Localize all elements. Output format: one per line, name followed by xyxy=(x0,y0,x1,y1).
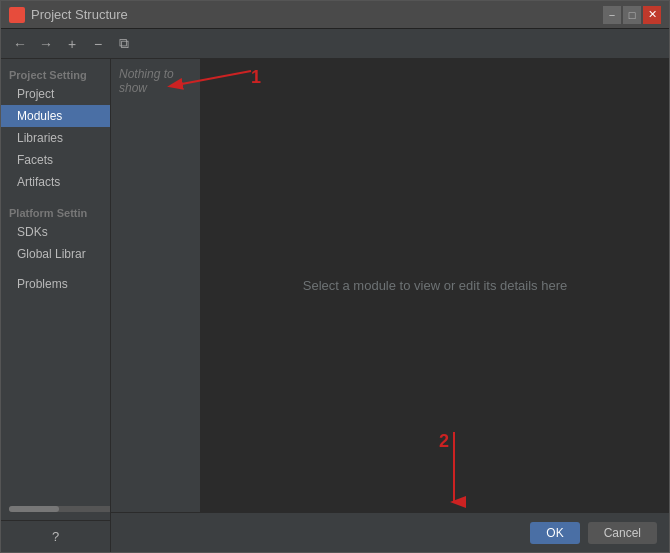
maximize-button[interactable]: □ xyxy=(623,6,641,24)
window-controls: − □ ✕ xyxy=(603,6,661,24)
sidebar-item-sdks[interactable]: SDKs xyxy=(1,221,110,243)
forward-button[interactable]: → xyxy=(35,33,57,55)
cancel-button[interactable]: Cancel xyxy=(588,522,657,544)
content-area: Project Setting Project Modules Librarie… xyxy=(1,59,669,552)
sidebar-item-project[interactable]: Project xyxy=(1,83,110,105)
bottom-bar: OK Cancel xyxy=(111,512,669,552)
minimize-button[interactable]: − xyxy=(603,6,621,24)
close-button[interactable]: ✕ xyxy=(643,6,661,24)
svg-rect-1 xyxy=(18,9,23,14)
sidebar-item-artifacts[interactable]: Artifacts xyxy=(1,171,110,193)
ok-button[interactable]: OK xyxy=(530,522,579,544)
detail-panel: Select a module to view or edit its deta… xyxy=(201,59,669,512)
main-panel: 1 2 xyxy=(111,59,669,552)
sidebar-scrollbar[interactable] xyxy=(9,506,111,512)
remove-button[interactable]: − xyxy=(87,33,109,55)
sidebar-item-libraries[interactable]: Libraries xyxy=(1,127,110,149)
project-structure-window: Project Structure − □ ✕ ← → + − ⧉ Projec… xyxy=(0,0,670,553)
title-bar: Project Structure − □ ✕ xyxy=(1,1,669,29)
back-button[interactable]: ← xyxy=(9,33,31,55)
sidebar-item-facets[interactable]: Facets xyxy=(1,149,110,171)
svg-rect-3 xyxy=(18,16,23,21)
sidebar-item-modules[interactable]: Modules xyxy=(1,105,110,127)
sidebar-divider xyxy=(1,193,110,201)
copy-button[interactable]: ⧉ xyxy=(113,33,135,55)
help-button[interactable]: ? xyxy=(1,520,110,552)
svg-rect-2 xyxy=(11,16,16,21)
svg-rect-0 xyxy=(11,9,16,14)
add-button[interactable]: + xyxy=(61,33,83,55)
sidebar-item-problems[interactable]: Problems xyxy=(1,273,110,295)
sidebar-item-global-libraries[interactable]: Global Librar xyxy=(1,243,110,265)
window-title: Project Structure xyxy=(31,7,603,22)
window-body: ← → + − ⧉ Project Setting Project Module… xyxy=(1,29,669,552)
window-icon xyxy=(9,7,25,23)
module-list-panel: Nothing to show xyxy=(111,59,201,512)
nothing-to-show: Nothing to show xyxy=(111,59,200,103)
platform-setting-label: Platform Settin xyxy=(1,201,110,221)
sidebar-divider-2 xyxy=(1,265,110,273)
sidebar: Project Setting Project Modules Librarie… xyxy=(1,59,111,552)
project-setting-label: Project Setting xyxy=(1,63,110,83)
main-content: Nothing to show Select a module to view … xyxy=(111,59,669,512)
toolbar: ← → + − ⧉ xyxy=(1,29,669,59)
detail-hint-text: Select a module to view or edit its deta… xyxy=(303,278,567,293)
